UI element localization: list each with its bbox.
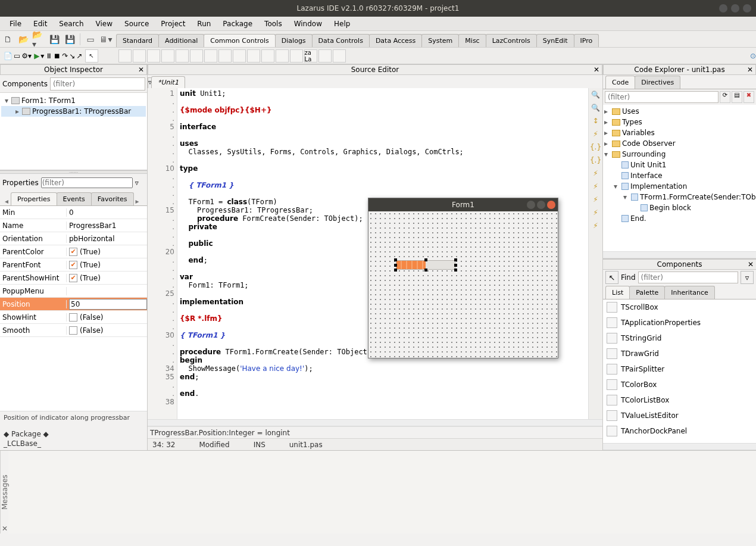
menu-source[interactable]: Source [118,17,155,30]
property-row[interactable]: OrientationpbHorizontal [0,232,147,245]
code-explorer-filter-input[interactable] [605,91,718,103]
component-list-item[interactable]: TScrollBox [603,299,756,315]
code-explorer-tree[interactable]: ▸Uses▸Types▸Variables▸Code Observer▾Surr… [603,105,756,251]
new-file-icon[interactable]: 🗋 [1,33,14,46]
scrollbar[interactable] [603,443,756,450]
component-tab[interactable]: System [421,34,459,47]
resize-handle[interactable] [424,258,427,261]
action-icon[interactable]: ⚡ [593,208,598,217]
expand-icon[interactable]: ▸ [604,107,610,116]
resize-handle[interactable] [424,269,427,272]
components-filter-input[interactable] [50,77,145,91]
tab-code[interactable]: Code [605,76,635,89]
palette-progressbar-icon[interactable] [133,49,146,63]
step-over-icon[interactable]: ↷ [62,52,68,60]
close-icon[interactable]: ✕ [2,524,8,532]
clear-icon[interactable]: ✖ [743,91,754,103]
code-tree-item[interactable]: End. [603,213,756,224]
code-tree-item[interactable]: ▸Code Observer [603,138,756,149]
gear-icon[interactable]: ⚙▾ [21,52,32,60]
property-row[interactable]: ParentFont✔(True) [0,258,147,272]
property-row[interactable]: ParentShowHint✔(True) [0,272,147,285]
expand-icon[interactable]: ▸ [604,118,610,126]
action-icon[interactable]: {.} [590,156,601,164]
checkbox[interactable] [69,313,77,322]
component-list-item[interactable]: TPairSplitter [603,361,756,377]
component-list-item[interactable]: TColorListBox [603,392,756,408]
new-form-icon[interactable]: ▭ [84,33,97,46]
tab-scroll-right-icon[interactable]: ▸ [133,197,142,205]
pause-icon[interactable]: ⏸ [45,52,52,60]
expand-icon[interactable]: ▸ [604,129,610,137]
maximize-icon[interactable] [537,201,545,209]
tab-inheritance[interactable]: Inheritance [664,286,714,299]
close-icon[interactable] [743,4,751,13]
palette-imagelist-icon[interactable] [276,49,289,63]
refresh-icon[interactable]: ⟳ [720,91,730,103]
property-row[interactable]: Smooth(False) [0,324,147,337]
component-tab[interactable]: Data Access [369,34,422,47]
palette-toolbutton-icon[interactable] [204,49,217,63]
code-tree-item[interactable]: ▾TForm1.FormCreate(Sender:TOb [603,192,756,202]
properties-grid[interactable]: Min0NameProgressBar1OrientationpbHorizon… [0,206,147,411]
messages-side-tab[interactable]: ✕ Messages [0,451,8,533]
tab-scroll-left-icon[interactable]: ◂ [2,197,11,205]
tab-directives[interactable]: Directives [635,76,680,89]
close-icon[interactable] [547,201,555,209]
form-designer-canvas[interactable] [368,211,558,358]
new-unit-icon[interactable]: 📄 [4,52,13,60]
code-editor[interactable]: 1...5....10....15....20....25....30...34… [148,88,602,419]
component-tree[interactable]: ▾Form1: TForm1▸ProgressBar1: TProgressBa… [0,93,147,170]
action-icon[interactable]: ↕ [592,117,598,125]
component-tab[interactable]: IPro [574,34,599,47]
expand-icon[interactable]: ▸ [14,107,20,116]
palette-more-icon[interactable]: ⊙ [750,52,756,60]
cursor-icon[interactable]: ↖ [85,49,98,63]
tab-palette[interactable]: Palette [629,286,665,299]
action-icon[interactable]: 🔍 [591,104,600,112]
palette-toolbar-icon[interactable] [190,49,203,63]
component-tab[interactable]: Standard [116,34,159,47]
menu-project[interactable]: Project [155,17,191,30]
menu-window[interactable]: Window [288,17,328,30]
select-cursor-icon[interactable]: ↖ [605,271,618,284]
resize-handle[interactable] [454,258,457,261]
minimize-icon[interactable] [527,201,535,209]
palette-treeview-icon[interactable] [147,49,160,63]
tab-properties[interactable]: Properties [11,192,57,205]
close-icon[interactable]: ✕ [138,65,144,74]
property-row[interactable]: Min0 [0,206,147,219]
open-dropdown-icon[interactable]: 📂▾ [32,33,45,46]
code-tree-item[interactable]: ▸Uses [603,106,756,117]
code-tree-item[interactable]: Begin block [603,202,756,213]
tab-list[interactable]: List [605,286,630,299]
code-tree-item[interactable]: ▸Types [603,117,756,127]
component-list-item[interactable]: TStringGrid [603,330,756,346]
tree-item[interactable]: ▾Form1: TForm1 [1,95,146,106]
resize-handle[interactable] [454,264,457,267]
stop-icon[interactable]: ⏹ [54,52,61,60]
editor-tab-unit1[interactable]: *Unit1 [151,76,185,88]
close-icon[interactable]: ✕ [593,65,599,74]
component-tab[interactable]: Dialogs [275,34,313,47]
property-row[interactable]: ParentColor✔(True) [0,245,147,258]
resize-handle[interactable] [394,258,397,261]
palette-updown-icon[interactable] [218,49,232,63]
property-row[interactable]: Position [0,298,147,311]
expand-icon[interactable]: ▾ [4,96,10,105]
resize-handle[interactable] [454,269,457,272]
property-row[interactable]: NameProgressBar1 [0,219,147,232]
code-tree-item[interactable]: ▾Implementation [603,181,756,192]
palette-listview-icon[interactable] [161,49,174,63]
component-tab[interactable]: Misc [458,34,486,47]
minimize-icon[interactable] [719,4,727,13]
property-value-input[interactable] [69,299,147,310]
component-list-item[interactable]: TDrawGrid [603,346,756,361]
expand-icon[interactable]: ▾ [604,150,610,158]
close-icon[interactable]: ✕ [748,260,754,269]
save-all-icon[interactable]: 💾 [63,33,76,46]
menu-edit[interactable]: Edit [27,17,53,30]
resize-handle[interactable] [394,264,397,267]
scrollbar[interactable] [148,419,602,426]
filter-options-icon[interactable]: ▿ [135,179,139,187]
